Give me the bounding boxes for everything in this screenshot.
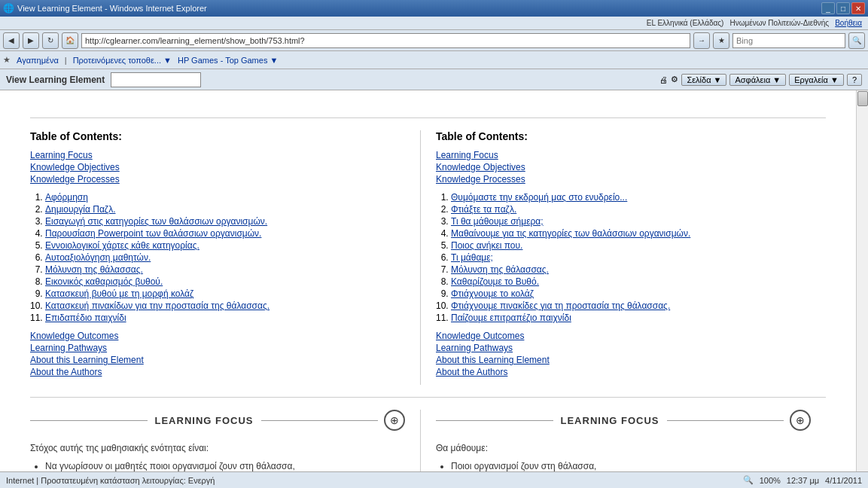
list-item[interactable]: Εννοιολογικοί χάρτες κάθε κατηγορίας.: [45, 240, 199, 251]
right-link-learning-focus[interactable]: Learning Focus: [436, 150, 498, 160]
address-bar[interactable]: [81, 33, 690, 48]
help-button[interactable]: ?: [847, 74, 862, 86]
right-link-about-element[interactable]: About this Learning Element: [436, 355, 550, 365]
right-section-line-right: [667, 420, 784, 421]
list-item[interactable]: Κατασκευή πινακίδων για την προστασία τη…: [45, 300, 270, 311]
right-link-outcomes[interactable]: Knowledge Outcomes: [436, 331, 524, 341]
toolbar-input[interactable]: [111, 72, 201, 87]
right-link-about-authors[interactable]: About the Authors: [436, 367, 507, 377]
list-item[interactable]: Μαθαίνουμε για τις κατηγορίες των θαλάσσ…: [451, 228, 690, 239]
favorites-button[interactable]: ★: [713, 32, 729, 49]
right-col-toc: Table of Contents: Learning Focus Knowle…: [421, 130, 826, 385]
info-bar: EL Ελληνικά (Ελλάδας) Ηνωμένων Πολιτειών…: [0, 17, 868, 30]
right-link-knowledge-objectives[interactable]: Knowledge Objectives: [436, 162, 525, 172]
left-section-title: LEARNING FOCUS: [148, 415, 261, 426]
left-section-line-left: [30, 420, 148, 421]
page-button[interactable]: Σελίδα ▼: [681, 74, 726, 86]
forward-button[interactable]: ▶: [23, 32, 39, 49]
bookmark-hpgames[interactable]: HP Games - Top Games ▼: [178, 56, 278, 65]
zoom-icon: 🔍: [743, 475, 754, 485]
content-area: Table of Contents: Learning Focus Knowle…: [0, 90, 868, 471]
help-link[interactable]: Βοήθεια: [835, 19, 862, 27]
list-item[interactable]: Φτιάχνουμε το κολάζ: [451, 288, 534, 299]
list-item[interactable]: Παίζουμε επιτραπέζιο παιχνίδι: [451, 313, 571, 323]
list-item[interactable]: Παρουσίαση Powerpoint των θαλάσσιων οργα…: [45, 228, 261, 239]
scrollbar[interactable]: [856, 90, 868, 471]
list-item[interactable]: Μόλυνση της θάλασσας.: [45, 264, 143, 275]
list-item: Να γνωρίσουν οι μαθητές ποιοι οργανισμοί…: [45, 461, 405, 471]
right-link-knowledge-processes[interactable]: Knowledge Processes: [436, 174, 525, 185]
left-col-focus: LEARNING FOCUS ⊕ Στόχος αυτής της μαθησι…: [30, 410, 421, 471]
home-button[interactable]: 🏠: [62, 32, 78, 49]
toolbar-icon-print[interactable]: 🖨: [659, 75, 668, 84]
list-item[interactable]: Καθαρίζουμε το Βυθό.: [451, 276, 539, 287]
browser-title: View Learning Element - Windows Internet…: [17, 4, 207, 13]
close-button[interactable]: ✕: [851, 2, 865, 14]
right-bottom-links: Knowledge Outcomes Learning Pathways Abo…: [436, 331, 811, 377]
left-section-header: LEARNING FOCUS ⊕: [30, 410, 405, 431]
list-item[interactable]: Φτιάχνουμε πινακίδες για τη προστασία τη…: [451, 300, 670, 311]
security-button[interactable]: Ασφάλεια ▼: [729, 74, 786, 86]
language-info: EL Ελληνικά (Ελλάδας): [647, 19, 724, 27]
bookmark-favorites[interactable]: Αγαπημένα: [17, 56, 59, 65]
list-item[interactable]: Θυμόμαστε την εκδρομή μας στο ενυδρείο..…: [451, 192, 627, 203]
status-text: Internet | Προστατευμένη κατάσταση λειτο…: [6, 476, 215, 485]
left-numbered-list: Αφόρμηση Δημιουργία Παζλ. Εισαγωγή στις …: [30, 192, 405, 323]
maximize-button[interactable]: □: [836, 2, 850, 14]
left-section-text: Στόχος αυτής της μαθησιακής ενότητας είν…: [30, 443, 405, 453]
search-input[interactable]: [732, 33, 845, 48]
right-section-text: Θα μάθουμε:: [436, 443, 811, 453]
left-link-knowledge-objectives[interactable]: Knowledge Objectives: [30, 162, 120, 172]
left-bottom-links: Knowledge Outcomes Learning Pathways Abo…: [30, 331, 405, 377]
refresh-button[interactable]: ↻: [42, 32, 59, 49]
right-link-pathways[interactable]: Learning Pathways: [436, 343, 513, 353]
right-top-links: Learning Focus Knowledge Objectives Know…: [436, 150, 811, 185]
right-col-focus: LEARNING FOCUS ⊕ Θα μάθουμε: Ποιοι οργαν…: [421, 410, 826, 471]
bookmarks-bar: ★ Αγαπημένα | Προτεινόμενες τοποθε... ▼ …: [0, 51, 868, 69]
list-item[interactable]: Κατασκευή βυθού με τη μορφή κολάζ: [45, 288, 193, 299]
list-item[interactable]: Αφόρμηση: [45, 192, 88, 203]
left-link-about-authors[interactable]: About the Authors: [30, 367, 102, 377]
list-item: Ποιοι οργανισμοί ζουν στη θάλασσα,: [451, 461, 811, 471]
list-item[interactable]: Εισαγωγή στις κατηγορίες των θαλάσσιων ο…: [45, 216, 267, 227]
left-bullet-list: Να γνωρίσουν οι μαθητές ποιοι οργανισμοί…: [30, 461, 405, 471]
list-item[interactable]: Ποιος ανήκει που.: [451, 240, 522, 251]
list-item[interactable]: Αυτοαξιολόγηση μαθητών.: [45, 252, 151, 263]
learning-focus-section: LEARNING FOCUS ⊕ Στόχος αυτής της μαθησι…: [30, 410, 826, 471]
list-item[interactable]: Εικονικός καθαρισμός βυθού.: [45, 276, 163, 287]
list-item[interactable]: Φτιάξτε τα παζλ.: [451, 204, 516, 215]
list-item[interactable]: Δημιουργία Παζλ.: [45, 204, 116, 215]
left-link-about-element[interactable]: About this Learning Element: [30, 355, 144, 365]
left-link-outcomes[interactable]: Knowledge Outcomes: [30, 331, 118, 341]
right-section-line-left: [436, 420, 553, 421]
left-compass-icon: ⊕: [384, 410, 405, 431]
toolbar-icon-settings[interactable]: ⚙: [671, 75, 678, 84]
bookmark-recommended[interactable]: Προτεινόμενες τοποθε... ▼: [73, 56, 172, 65]
status-bar: Internet | Προστατευμένη κατάσταση λειτο…: [0, 471, 868, 488]
minimize-button[interactable]: _: [821, 2, 835, 14]
nav-bar: ◀ ▶ ↻ 🏠 → ★ 🔍: [0, 30, 868, 51]
back-button[interactable]: ◀: [3, 32, 20, 49]
left-link-knowledge-processes[interactable]: Knowledge Processes: [30, 174, 120, 185]
tools-button[interactable]: Εργαλεία ▼: [789, 74, 844, 86]
left-link-pathways[interactable]: Learning Pathways: [30, 343, 107, 353]
un-info: Ηνωμένων Πολιτειών-Διεθνής: [729, 19, 829, 27]
clock: 12:37 μμ: [787, 476, 819, 485]
list-item[interactable]: Επιδαπέδιο παιχνίδι: [45, 313, 126, 323]
page-content: Table of Contents: Learning Focus Knowle…: [0, 90, 856, 471]
list-item[interactable]: Μόλυνση της θάλασσας.: [451, 264, 549, 275]
search-button[interactable]: 🔍: [848, 32, 865, 49]
right-section-title: LEARNING FOCUS: [553, 415, 667, 426]
left-top-links: Learning Focus Knowledge Objectives Know…: [30, 150, 405, 185]
date: 4/11/2011: [825, 476, 862, 485]
list-item[interactable]: Τι μάθαμε;: [451, 252, 493, 263]
status-right: 🔍 100% 12:37 μμ 4/11/2011: [743, 475, 862, 485]
left-link-learning-focus[interactable]: Learning Focus: [30, 150, 93, 160]
list-item[interactable]: Τι θα μάθουμε σήμερα;: [451, 216, 544, 227]
left-section-line-right: [261, 420, 379, 421]
toc-section: Table of Contents: Learning Focus Knowle…: [30, 130, 826, 385]
go-button[interactable]: →: [693, 32, 710, 49]
toolbar: View Learning Element 🖨 ⚙ Σελίδα ▼ Ασφάλ…: [0, 69, 868, 90]
left-col-toc: Table of Contents: Learning Focus Knowle…: [30, 130, 421, 385]
right-compass-icon: ⊕: [790, 410, 811, 431]
